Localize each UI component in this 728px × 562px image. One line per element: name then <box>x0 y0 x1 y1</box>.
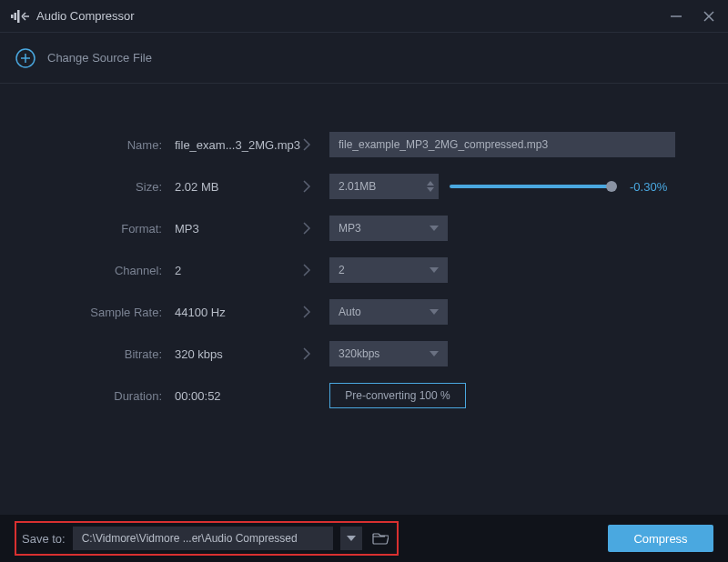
chevron-down-icon <box>430 309 439 315</box>
footer: Save to: C:\Vidmore\Vidmore ...er\Audio … <box>0 515 728 562</box>
row-bitrate: Bitrate: 320 kbps 320kbps <box>18 333 710 375</box>
arrow-icon <box>284 263 329 277</box>
arrow-icon <box>284 179 329 194</box>
label-format: Format: <box>18 222 175 236</box>
value-size: 2.02 MB <box>175 180 284 194</box>
close-button[interactable] <box>701 8 717 25</box>
value-name: file_exam...3_2MG.mp3 <box>175 138 284 152</box>
value-sample-rate: 44100 Hz <box>175 306 284 319</box>
stepper-down-icon[interactable] <box>427 187 434 192</box>
minimize-button[interactable] <box>668 8 684 25</box>
save-to-section: Save to: C:\Vidmore\Vidmore ...er\Audio … <box>15 521 399 556</box>
sample-rate-select[interactable]: Auto <box>329 299 448 325</box>
size-slider[interactable] <box>450 185 612 188</box>
bitrate-select-value: 320kbps <box>339 347 379 360</box>
sample-rate-select-value: Auto <box>339 306 361 318</box>
open-folder-button[interactable] <box>369 527 391 550</box>
value-format: MP3 <box>175 222 284 236</box>
progress-label: Pre-converting 100 % <box>345 389 450 402</box>
save-path-display[interactable]: C:\Vidmore\Vidmore ...er\Audio Compresse… <box>73 527 333 550</box>
label-size: Size: <box>18 180 175 194</box>
format-select-value: MP3 <box>339 222 361 235</box>
save-path-text: C:\Vidmore\Vidmore ...er\Audio Compresse… <box>82 532 298 545</box>
row-format: Format: MP3 MP3 <box>18 207 710 249</box>
chevron-down-icon <box>430 351 439 356</box>
arrow-icon <box>284 305 329 319</box>
preconvert-progress: Pre-converting 100 % <box>329 383 466 408</box>
arrow-icon <box>284 221 329 236</box>
svg-rect-1 <box>15 13 17 20</box>
arrow-icon <box>284 346 329 361</box>
folder-icon <box>372 532 389 545</box>
row-size: Size: 2.02 MB 2.01MB -0.30% <box>18 166 710 207</box>
row-sample-rate: Sample Rate: 44100 Hz Auto <box>18 291 710 333</box>
app-title: Audio Compressor <box>36 9 668 23</box>
format-select[interactable]: MP3 <box>329 216 448 241</box>
source-file-bar: Change Source File <box>0 33 728 84</box>
size-stepper-value: 2.01MB <box>329 180 422 193</box>
row-duration: Duration: 00:00:52 Pre-converting 100 % <box>18 375 710 416</box>
svg-rect-2 <box>17 10 20 23</box>
value-bitrate: 320 kbps <box>175 347 284 361</box>
compress-button-label: Compress <box>633 532 687 546</box>
chevron-down-icon <box>430 267 439 273</box>
size-stepper[interactable]: 2.01MB <box>329 174 439 199</box>
titlebar: Audio Compressor <box>0 0 728 33</box>
window-controls <box>668 8 717 25</box>
add-source-icon[interactable] <box>15 47 36 69</box>
label-sample-rate: Sample Rate: <box>18 306 175 319</box>
value-channel: 2 <box>175 264 284 277</box>
output-name-input[interactable] <box>329 132 675 157</box>
arrow-icon <box>284 137 329 152</box>
save-path-dropdown[interactable] <box>340 527 362 550</box>
stepper-up-icon[interactable] <box>427 181 434 186</box>
app-logo-icon <box>11 7 29 25</box>
size-percent: -0.30% <box>630 180 667 194</box>
bitrate-select[interactable]: 320kbps <box>329 341 448 366</box>
label-name: Name: <box>18 138 175 152</box>
save-to-label: Save to: <box>22 532 66 546</box>
settings-form: Name: file_exam...3_2MG.mp3 Size: 2.02 M… <box>0 84 728 416</box>
chevron-down-icon <box>430 226 439 231</box>
slider-thumb[interactable] <box>606 181 617 192</box>
row-name: Name: file_exam...3_2MG.mp3 <box>18 124 710 166</box>
svg-rect-0 <box>11 15 14 18</box>
value-duration: 00:00:52 <box>175 389 284 403</box>
channel-select[interactable]: 2 <box>329 257 448 283</box>
label-bitrate: Bitrate: <box>18 347 175 361</box>
label-channel: Channel: <box>18 264 175 277</box>
change-source-button[interactable]: Change Source File <box>47 51 152 65</box>
compress-button[interactable]: Compress <box>608 525 713 552</box>
channel-select-value: 2 <box>339 264 345 276</box>
label-duration: Duration: <box>18 389 175 403</box>
chevron-down-icon <box>347 536 356 541</box>
row-channel: Channel: 2 2 <box>18 249 710 291</box>
